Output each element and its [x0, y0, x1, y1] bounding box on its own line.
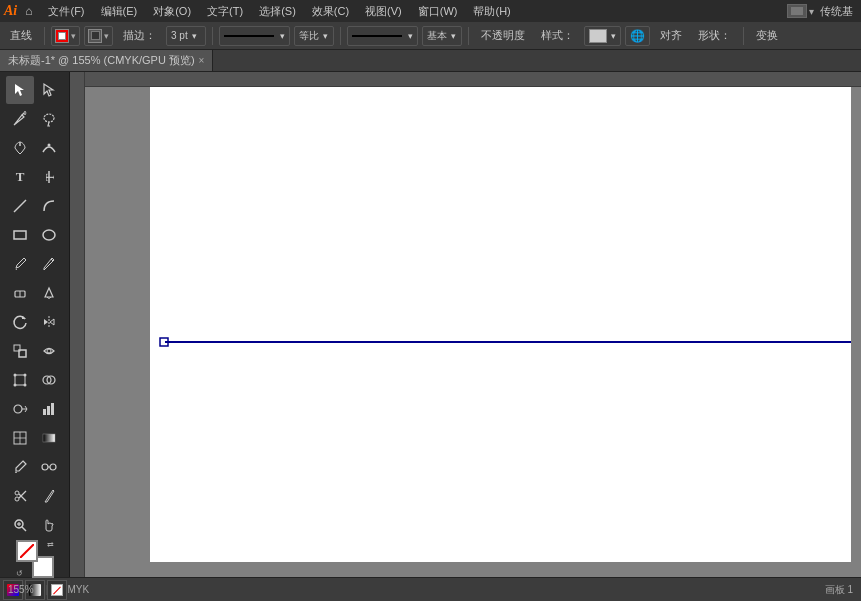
- toolbar-sep-5: [743, 27, 744, 45]
- no-fill-mode-btn[interactable]: [47, 580, 67, 600]
- symbol-sprayer-btn[interactable]: [6, 395, 34, 423]
- blend-tool-btn[interactable]: [35, 453, 63, 481]
- tool-row-1: [6, 76, 63, 104]
- close-tab-btn[interactable]: ×: [199, 55, 205, 66]
- toolbar-sep-1: [44, 27, 45, 45]
- toolbar-sep-4: [468, 27, 469, 45]
- ellipse-tool-btn[interactable]: [35, 221, 63, 249]
- globe-btn[interactable]: 🌐: [625, 26, 650, 46]
- transform-label: 变换: [750, 28, 784, 43]
- fg-bg-color-control[interactable]: ⇄ ↺: [16, 540, 54, 578]
- stroke-end-dropdown[interactable]: [347, 26, 418, 46]
- style-label: 样式：: [535, 28, 580, 43]
- svg-point-18: [24, 374, 27, 377]
- ruler-vertical: [70, 72, 85, 577]
- shape-builder-btn[interactable]: [35, 366, 63, 394]
- svg-point-23: [14, 405, 22, 413]
- menu-object[interactable]: 对象(O): [145, 0, 199, 22]
- svg-point-20: [24, 384, 27, 387]
- svg-line-42: [22, 527, 26, 531]
- menu-type[interactable]: 文字(T): [199, 0, 251, 22]
- fill-box-btn[interactable]: ▾: [84, 26, 113, 46]
- swap-colors-icon[interactable]: ⇄: [47, 540, 54, 549]
- scale-tool-btn[interactable]: [6, 337, 34, 365]
- stroke-style-dropdown[interactable]: [219, 26, 290, 46]
- menu-file[interactable]: 文件(F): [40, 0, 92, 22]
- status-info: 155%: [8, 584, 34, 595]
- doc-tab-title: 未标题-1* @ 155% (CMYK/GPU 预览): [8, 53, 195, 68]
- pencil-tool-btn[interactable]: [35, 250, 63, 278]
- tool-row-8: [6, 279, 63, 307]
- style-color-dropdown[interactable]: [584, 26, 621, 46]
- document-tab[interactable]: 未标题-1* @ 155% (CMYK/GPU 预览) ×: [0, 50, 213, 71]
- warp-tool-btn[interactable]: [35, 337, 63, 365]
- svg-point-34: [42, 464, 48, 470]
- svg-point-38: [15, 497, 19, 501]
- lasso-tool-btn[interactable]: [35, 105, 63, 133]
- arc-tool-btn[interactable]: [35, 192, 63, 220]
- workspace-label: 传统基: [820, 4, 853, 19]
- knife-btn[interactable]: [35, 482, 63, 510]
- foreground-color-box[interactable]: [16, 540, 38, 562]
- tool-row-5: [6, 192, 63, 220]
- svg-point-3: [48, 144, 51, 147]
- canvas-area[interactable]: [70, 72, 861, 577]
- eraser-tool-btn[interactable]: [6, 279, 34, 307]
- svg-point-1: [44, 114, 54, 122]
- canvas-svg: [150, 87, 851, 562]
- reset-colors-icon[interactable]: ↺: [16, 569, 23, 578]
- shaper-tool-btn[interactable]: [35, 279, 63, 307]
- svg-point-17: [14, 374, 17, 377]
- toolbox: T T: [0, 72, 70, 577]
- selection-tool-btn[interactable]: [6, 76, 34, 104]
- menu-select[interactable]: 选择(S): [251, 0, 304, 22]
- tool-row-11: [6, 366, 63, 394]
- line-segment-tool-btn[interactable]: [6, 192, 34, 220]
- hand-btn[interactable]: [35, 511, 63, 539]
- graph-tool-btn[interactable]: [35, 395, 63, 423]
- menu-help[interactable]: 帮助(H): [465, 0, 518, 22]
- scissors-btn[interactable]: [6, 482, 34, 510]
- menu-window[interactable]: 窗口(W): [410, 0, 466, 22]
- base-dropdown[interactable]: 基本: [422, 26, 462, 46]
- free-transform-btn[interactable]: [6, 366, 34, 394]
- artboard[interactable]: [150, 87, 851, 562]
- mesh-tool-btn[interactable]: [6, 424, 34, 452]
- tool-row-2: [6, 105, 63, 133]
- svg-rect-52: [160, 338, 168, 346]
- rotate-tool-btn[interactable]: [6, 308, 34, 336]
- curvature-tool-btn[interactable]: [35, 134, 63, 162]
- rectangle-tool-btn[interactable]: [6, 221, 34, 249]
- direct-selection-tool-btn[interactable]: [35, 76, 63, 104]
- menu-effect[interactable]: 效果(C): [304, 0, 357, 22]
- vertical-type-tool-btn[interactable]: T: [35, 163, 63, 191]
- svg-point-35: [50, 464, 56, 470]
- tool-row-7: [6, 250, 63, 278]
- magic-wand-tool-btn[interactable]: [6, 105, 34, 133]
- svg-line-0: [22, 113, 24, 115]
- stroke-width-dropdown[interactable]: 3 pt: [166, 26, 206, 46]
- tool-row-16: [6, 511, 63, 539]
- svg-rect-16: [15, 375, 25, 385]
- svg-rect-27: [43, 409, 46, 415]
- svg-point-8: [43, 230, 55, 240]
- tool-name-label: 直线: [4, 28, 38, 43]
- home-icon[interactable]: ⌂: [25, 4, 32, 18]
- tool-row-3: [6, 134, 63, 162]
- svg-point-15: [47, 349, 51, 353]
- ratio-dropdown[interactable]: 等比: [294, 26, 334, 46]
- zoom-btn[interactable]: [6, 511, 34, 539]
- menu-view[interactable]: 视图(V): [357, 0, 410, 22]
- reflect-tool-btn[interactable]: [35, 308, 63, 336]
- eyedropper-btn[interactable]: [6, 453, 34, 481]
- svg-rect-29: [51, 403, 54, 415]
- svg-point-37: [15, 491, 19, 495]
- tool-row-14: [6, 453, 63, 481]
- type-tool-btn[interactable]: T: [6, 163, 34, 191]
- paintbrush-tool-btn[interactable]: [6, 250, 34, 278]
- pen-tool-btn[interactable]: [6, 134, 34, 162]
- stroke-color-btn[interactable]: ▾: [51, 26, 80, 46]
- menu-edit[interactable]: 编辑(E): [93, 0, 146, 22]
- gradient-tool-btn[interactable]: [35, 424, 63, 452]
- svg-line-6: [14, 200, 26, 212]
